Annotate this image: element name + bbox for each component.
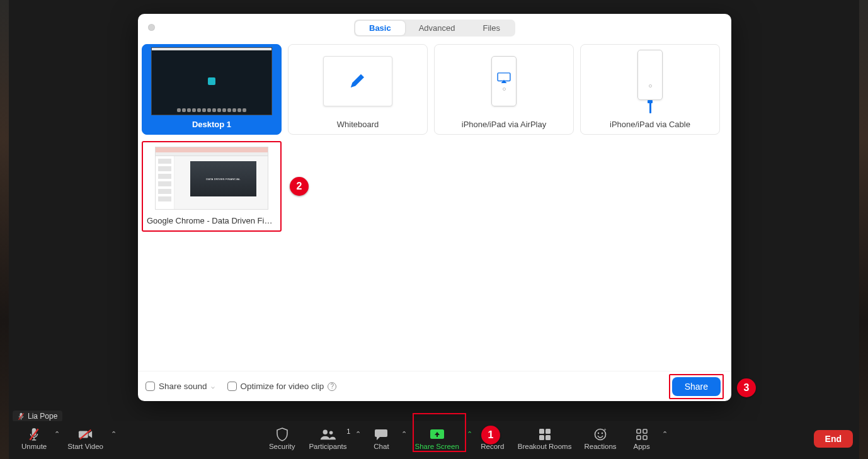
self-name-text: Lia Pope [28,412,57,421]
toolbar-label: Apps [633,443,649,450]
participants-icon [319,428,336,441]
svg-point-20 [598,433,599,434]
reactions-button[interactable]: + Reactions [578,428,622,450]
participants-button[interactable]: 1 Participants [301,428,354,450]
svg-text:+: + [603,428,607,433]
pencil-icon [348,72,367,91]
svg-rect-23 [637,429,641,433]
annotation-badge-2: 2 [290,177,309,196]
tab-advanced[interactable]: Advanced [405,21,469,35]
share-screen-button[interactable]: Share Screen [408,428,465,450]
airplay-icon [497,72,511,84]
svg-rect-16 [545,429,551,434]
end-meeting-button[interactable]: End [814,430,853,448]
apps-options-caret[interactable]: ⌃ [661,430,669,448]
toolbar-label: Participants [309,443,346,450]
share-button[interactable]: Share [672,377,721,396]
cable-wire-icon [649,102,651,113]
toolbar-label: Reactions [584,443,616,450]
participants-options-caret[interactable]: ⌃ [354,430,362,448]
share-option-whiteboard[interactable]: Whiteboard [288,44,428,135]
svg-rect-25 [637,436,641,439]
window-close-dot[interactable] [148,24,155,31]
dialog-header: Basic Advanced Files [138,18,731,38]
tab-basic[interactable]: Basic [355,21,405,35]
annotation-badge-3: 3 [737,378,756,397]
share-option-label: Google Chrome - Data Driven Fina… [143,214,280,230]
chat-button[interactable]: Chat [362,428,400,450]
cable-thumbnail [581,45,719,118]
breakout-rooms-button[interactable]: Breakout Rooms [511,428,578,450]
svg-point-21 [602,433,603,434]
toolbar-label: Chat [374,443,389,450]
smile-icon: + [594,428,607,441]
meeting-toolbar: Unmute ⌃ Start Video ⌃ Security [9,421,859,456]
toolbar-label: Share Screen [414,443,459,450]
self-name-badge: Lia Pope [13,411,62,422]
chat-options-caret[interactable]: ⌃ [400,430,408,448]
checkbox-icon [146,382,155,391]
toolbar-label: Security [269,443,295,450]
share-sound-label: Share sound [159,382,207,391]
share-option-label: Desktop 1 [142,118,281,134]
share-option-label: iPhone/iPad via AirPlay [435,118,573,134]
share-option-desktop1[interactable]: Desktop 1 [142,44,282,135]
participants-count: 1 [346,428,350,435]
share-option-label: iPhone/iPad via Cable [581,118,719,134]
share-options-grid: Desktop 1 Whiteboard [138,38,731,232]
shield-icon [276,428,288,441]
apps-icon [636,428,648,441]
share-sound-checkbox[interactable]: Share sound ⌵ [146,382,215,391]
svg-rect-26 [643,436,647,439]
annotation-badge-1: 1 [481,426,500,445]
checkbox-icon [227,382,237,391]
chevron-down-icon[interactable]: ⌵ [211,383,215,390]
svg-rect-24 [643,429,647,433]
share-screen-dialog: Basic Advanced Files Desktop 1 [138,14,731,401]
unmute-options-caret[interactable]: ⌃ [53,430,61,448]
toolbar-label: Breakout Rooms [518,443,572,450]
share-screen-icon [430,428,445,441]
share-option-label: Whiteboard [288,118,427,134]
optimize-video-checkbox[interactable]: Optimize for video clip ? [227,382,337,391]
airplay-thumbnail [435,45,573,118]
svg-rect-0 [498,72,510,81]
toolbar-label: Start Video [67,443,103,450]
chat-icon [374,428,388,441]
dialog-footer: Share sound ⌵ Optimize for video clip ? … [138,371,731,401]
share-tabs: Basic Advanced Files [354,20,515,37]
svg-rect-18 [545,435,551,440]
chrome-thumbnail: DATA DRIVEN FINANCIAL [143,142,280,214]
share-screen-options-caret[interactable]: ⌃ [465,430,474,448]
share-option-airplay[interactable]: iPhone/iPad via AirPlay [434,44,574,135]
apps-button[interactable]: Apps [623,428,661,450]
start-video-button[interactable]: Start Video [61,428,110,450]
whiteboard-thumbnail [288,45,427,118]
desktop1-thumbnail [142,45,281,118]
grid-icon [539,428,551,441]
svg-point-10 [323,430,328,434]
tab-files[interactable]: Files [469,21,514,35]
toolbar-label: Unmute [21,443,47,450]
svg-rect-15 [539,429,544,434]
help-icon[interactable]: ? [328,382,336,391]
share-option-chrome-window[interactable]: DATA DRIVEN FINANCIAL Google Chrome - Da… [142,141,282,232]
mic-muted-icon [28,428,40,441]
mic-muted-icon [18,412,25,421]
share-button-highlight: Share [669,374,724,399]
share-option-cable[interactable]: iPhone/iPad via Cable [580,44,720,135]
optimize-label: Optimize for video clip [241,382,324,391]
video-off-icon [78,428,93,441]
video-options-caret[interactable]: ⌃ [110,430,118,448]
svg-point-11 [329,431,333,434]
security-button[interactable]: Security [263,428,302,450]
unmute-button[interactable]: Unmute [15,428,53,450]
svg-rect-17 [539,435,544,440]
